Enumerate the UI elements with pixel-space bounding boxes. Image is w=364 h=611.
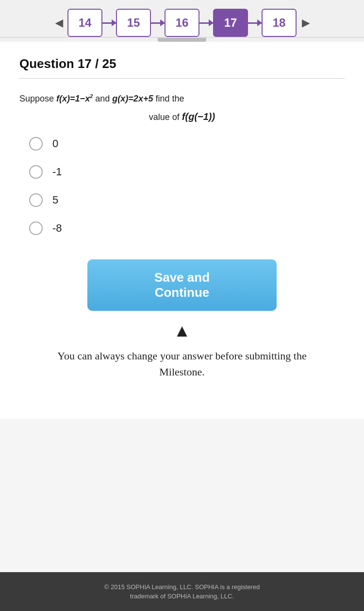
answer-options: 0-15-8 — [19, 137, 345, 235]
step-box-16[interactable]: 16 — [165, 9, 199, 37]
answer-label: 0 — [52, 137, 58, 150]
save-button-container: Save and Continue — [19, 259, 345, 311]
text-find: find the — [155, 94, 184, 103]
formula-fx: f(x)=1−x2 — [56, 94, 93, 103]
answer-option--8[interactable]: -8 — [29, 221, 345, 235]
question-title: Question 17 / 25 — [19, 56, 345, 79]
answer-label: 5 — [52, 194, 58, 206]
step-box-14[interactable]: 14 — [67, 9, 102, 37]
text-value: value of — [149, 112, 180, 122]
radio-circle[interactable] — [29, 165, 43, 179]
radio-circle[interactable] — [29, 221, 43, 235]
arrow-up-container: ▲ — [19, 321, 345, 341]
question-center: value of f(g(−1)) — [19, 111, 345, 122]
radio-circle[interactable] — [29, 193, 43, 207]
text-suppose: Suppose — [19, 94, 54, 103]
step-connector — [199, 22, 213, 24]
answer-option-0[interactable]: 0 — [29, 137, 345, 151]
step-connector — [151, 22, 165, 24]
formula-fg: f(g(−1)) — [182, 111, 215, 122]
question-text: Suppose f(x)=1−x2 and g(x)=2x+5 find the — [19, 91, 345, 106]
footer-line1: © 2015 SOPHIA Learning, LLC. SOPHIA is a… — [104, 583, 260, 591]
footer: © 2015 SOPHIA Learning, LLC. SOPHIA is a… — [0, 572, 364, 611]
text-and: and — [95, 94, 110, 103]
step-box-18[interactable]: 18 — [262, 9, 297, 37]
navigation-bar: ◀ 1415161718 ▶ — [0, 0, 364, 38]
step-connector — [248, 22, 262, 24]
step-box-15[interactable]: 15 — [116, 9, 151, 37]
formula-gx: g(x)=2x+5 — [112, 94, 153, 103]
progress-bar — [158, 38, 206, 42]
hint-text: You can always change your answer before… — [19, 348, 345, 380]
step-box-17[interactable]: 17 — [213, 9, 248, 37]
nav-steps: 1415161718 — [67, 9, 297, 37]
answer-option--1[interactable]: -1 — [29, 165, 345, 179]
arrow-up-icon: ▲ — [173, 321, 191, 341]
main-content: Question 17 / 25 Suppose f(x)=1−x2 and g… — [0, 42, 364, 419]
footer-line2: trademark of SOPHIA Learning, LLC. — [130, 593, 234, 600]
step-connector — [102, 22, 116, 24]
nav-right-arrow[interactable]: ▶ — [297, 14, 314, 32]
answer-label: -1 — [52, 166, 62, 178]
save-continue-button[interactable]: Save and Continue — [87, 259, 277, 311]
nav-left-arrow[interactable]: ◀ — [50, 14, 67, 32]
radio-circle[interactable] — [29, 137, 43, 151]
answer-option-5[interactable]: 5 — [29, 193, 345, 207]
answer-label: -8 — [52, 222, 62, 235]
progress-bar-container — [0, 38, 364, 42]
